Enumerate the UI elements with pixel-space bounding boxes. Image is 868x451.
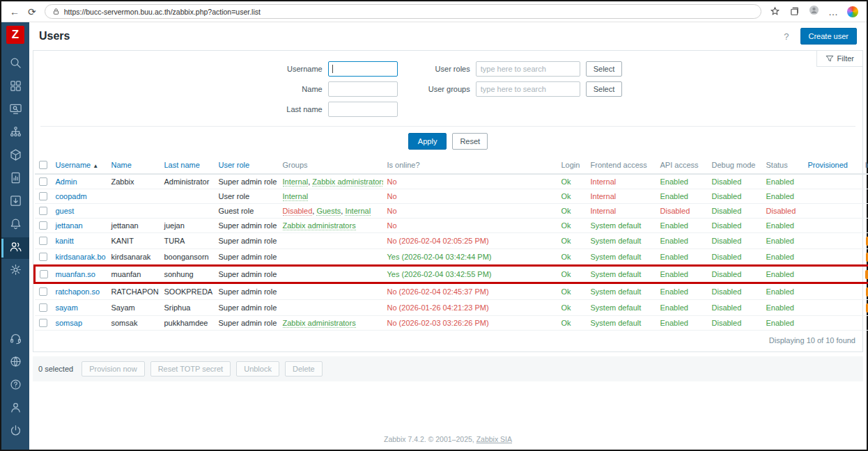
- browser-back-icon[interactable]: ←: [10, 7, 20, 17]
- row-checkbox[interactable]: [39, 253, 47, 261]
- cell-username: coopadm: [52, 189, 107, 204]
- page-title: Users: [39, 30, 70, 42]
- apply-button[interactable]: Apply: [408, 133, 447, 150]
- row-checkbox[interactable]: [39, 237, 47, 245]
- table-row: kirdsanarak.bokirdsanarakboongansornSupe…: [35, 249, 868, 266]
- group-link[interactable]: Zabbix administrators: [283, 319, 356, 328]
- row-checkbox[interactable]: [39, 221, 47, 230]
- sort-asc-icon: ▲: [93, 163, 98, 169]
- help-icon[interactable]: ?: [784, 31, 789, 42]
- username-link[interactable]: kanitt: [56, 237, 74, 245]
- user-groups-select-button[interactable]: Select: [586, 81, 623, 97]
- row-checkbox[interactable]: [39, 177, 47, 186]
- user-roles-select-button[interactable]: Select: [586, 61, 623, 77]
- username-link[interactable]: coopadm: [56, 192, 87, 200]
- username-link[interactable]: guest: [56, 207, 75, 215]
- browser-refresh-icon[interactable]: ⟳: [28, 7, 36, 17]
- select-all-checkbox[interactable]: [39, 161, 47, 169]
- group-link[interactable]: Zabbix administrators: [283, 221, 356, 230]
- sidebar-item-reports[interactable]: [1, 168, 29, 190]
- more-menu-icon[interactable]: …: [828, 7, 838, 17]
- sidebar-item-data-collection[interactable]: [1, 191, 29, 213]
- create-user-button[interactable]: Create user: [800, 28, 857, 45]
- group-link[interactable]: Zabbix administrators: [312, 177, 382, 187]
- username-link[interactable]: sayam: [56, 303, 78, 312]
- content-card: Filter Username Name Last name: [33, 50, 863, 352]
- username-link[interactable]: somsap: [56, 319, 83, 327]
- zabbix-logo[interactable]: Z: [6, 26, 24, 44]
- collections-icon[interactable]: [789, 6, 800, 17]
- sidebar-item-integrations[interactable]: [1, 352, 29, 374]
- address-bar[interactable]: https://bucc-servermon.buu.ac.th/zabbix.…: [45, 4, 761, 19]
- group-link[interactable]: Internal: [283, 192, 309, 201]
- username-filter-input[interactable]: [328, 61, 398, 77]
- filter-tab[interactable]: Filter: [816, 50, 863, 67]
- row-checkbox[interactable]: [39, 303, 47, 312]
- username-link[interactable]: ratchapon.so: [56, 287, 100, 296]
- username-link[interactable]: kirdsanarak.bo: [56, 253, 106, 261]
- cell-username: jettanan: [52, 219, 107, 233]
- group-link[interactable]: Disabled: [283, 207, 313, 216]
- user-roles-search-input[interactable]: [476, 61, 580, 77]
- sidebar-item-administration[interactable]: [1, 260, 29, 282]
- info-icon[interactable]: i: [866, 237, 868, 246]
- copilot-icon[interactable]: [847, 6, 858, 17]
- column-header-username[interactable]: Username ▲: [52, 157, 107, 174]
- name-filter-input[interactable]: [328, 81, 398, 97]
- cell-last-name: juejan: [160, 219, 215, 233]
- cell-checkbox: [35, 249, 52, 266]
- integrations-icon: [9, 355, 22, 371]
- row-checkbox[interactable]: [39, 207, 47, 215]
- delete-button[interactable]: Delete: [285, 361, 323, 377]
- sidebar-item-inventory[interactable]: [1, 145, 29, 167]
- row-checkbox[interactable]: [39, 287, 47, 296]
- sidebar-item-support[interactable]: [1, 329, 29, 351]
- column-header-name[interactable]: Name: [107, 157, 160, 174]
- info-icon[interactable]: i: [866, 253, 868, 262]
- provision-now-button[interactable]: Provision now: [82, 361, 144, 377]
- column-header-last_name[interactable]: Last name: [160, 157, 215, 174]
- username-link[interactable]: jettanan: [56, 221, 83, 230]
- unblock-button[interactable]: Unblock: [236, 361, 279, 377]
- row-checkbox[interactable]: [39, 319, 47, 327]
- row-checkbox[interactable]: [39, 192, 47, 200]
- sidebar-item-user-profile[interactable]: [1, 398, 29, 420]
- sidebar-item-sign-out[interactable]: [1, 421, 29, 443]
- cell-status: Enabled: [762, 266, 804, 283]
- last-name-filter-input[interactable]: [328, 102, 398, 117]
- cell-debug-mode: Disabled: [708, 249, 762, 266]
- reset-button[interactable]: Reset: [452, 133, 488, 150]
- sidebar-item-search[interactable]: [1, 54, 29, 75]
- username-link[interactable]: muanfan.so: [56, 270, 95, 278]
- cell-status: Enabled: [762, 316, 804, 331]
- info-icon[interactable]: i: [866, 303, 868, 312]
- zabbix-sia-link[interactable]: Zabbix SIA: [476, 435, 512, 443]
- table-row: jettananjettananjuejanSuper admin roleZa…: [35, 219, 868, 233]
- sidebar-item-help[interactable]: [1, 375, 29, 397]
- username-link[interactable]: Admin: [56, 177, 77, 186]
- reset-totp-secret-button[interactable]: Reset TOTP secret: [150, 361, 231, 377]
- column-header-user_role[interactable]: User role: [215, 157, 279, 174]
- cell-info: [861, 189, 868, 204]
- sidebar-item-users[interactable]: [1, 237, 29, 259]
- row-checkbox[interactable]: [40, 270, 48, 278]
- group-link[interactable]: Guests: [316, 207, 341, 216]
- sidebar-item-alerts[interactable]: [1, 214, 29, 236]
- cell-debug-mode: Disabled: [708, 204, 762, 219]
- cell-api-access: Enabled: [656, 233, 708, 249]
- info-icon[interactable]: i: [865, 270, 868, 279]
- user-groups-search-input[interactable]: [476, 81, 580, 97]
- group-link[interactable]: Internal: [283, 177, 309, 187]
- cell-last-name: TURA: [160, 233, 215, 249]
- info-icon[interactable]: i: [866, 287, 868, 296]
- column-header-provisioned[interactable]: Provisioned: [804, 157, 861, 174]
- cell-api-access: Enabled: [656, 219, 708, 233]
- sidebar-item-dashboards[interactable]: [1, 77, 29, 98]
- cell-frontend-access: System default: [587, 300, 656, 316]
- favorites-star-icon[interactable]: [770, 6, 780, 17]
- group-link[interactable]: Internal: [345, 207, 371, 216]
- sidebar-item-services[interactable]: [1, 122, 29, 144]
- profile-avatar[interactable]: [809, 5, 819, 18]
- sidebar-item-monitoring[interactable]: [1, 100, 29, 121]
- cell-frontend-access: System default: [587, 283, 656, 300]
